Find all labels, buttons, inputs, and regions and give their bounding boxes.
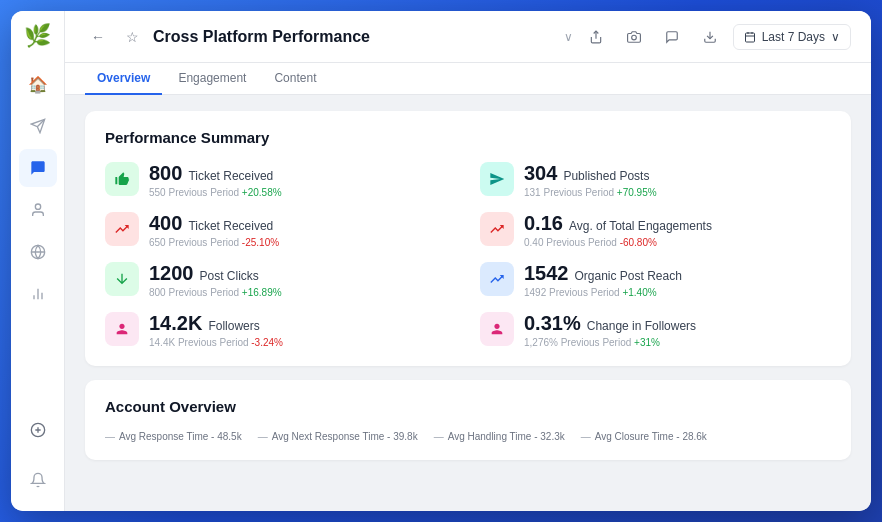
account-overview-card: Account Overview — Avg Response Time - 4…: [85, 380, 851, 460]
metric-value-ticket-2: 400: [149, 212, 182, 235]
account-overview-title: Account Overview: [105, 398, 831, 415]
metric-info-ticket-1: 800 Ticket Received 550 Previous Period …: [149, 162, 282, 198]
metric-value-ticket-1: 800: [149, 162, 182, 185]
date-range-label: Last 7 Days: [762, 30, 825, 44]
sidebar-item-chart[interactable]: [19, 275, 57, 313]
stat-label-2: Avg Next Response Time - 39.8k: [272, 431, 418, 442]
share-button[interactable]: [581, 22, 611, 52]
metric-main-ticket-1: 800 Ticket Received: [149, 162, 282, 185]
title-dropdown[interactable]: ∨: [564, 30, 573, 44]
metric-label-change-followers: Change in Followers: [587, 319, 696, 333]
metric-label-reach: Organic Post Reach: [575, 269, 682, 283]
stat-label-3: Avg Handling Time - 32.3k: [448, 431, 565, 442]
metric-change-followers: 0.31% Change in Followers 1,276% Previou…: [480, 312, 831, 348]
svg-rect-14: [745, 33, 754, 42]
metric-value-reach: 1542: [524, 262, 569, 285]
metric-main-change-followers: 0.31% Change in Followers: [524, 312, 696, 335]
stat-dash-2: —: [258, 431, 268, 442]
date-range-chevron: ∨: [831, 30, 840, 44]
metric-ticket-received-1: 800 Ticket Received 550 Previous Period …: [105, 162, 456, 198]
account-overview-stats: — Avg Response Time - 48.5k — Avg Next R…: [105, 431, 831, 442]
metric-post-clicks: 1200 Post Clicks 800 Previous Period +16…: [105, 262, 456, 298]
metric-sub-clicks: 800 Previous Period +16.89%: [149, 287, 282, 298]
sidebar-bell[interactable]: [19, 461, 57, 499]
stat-avg-handling: — Avg Handling Time - 32.3k: [434, 431, 565, 442]
sidebar: 🌿 🏠: [11, 11, 65, 511]
metric-ticket-received-2: 400 Ticket Received 650 Previous Period …: [105, 212, 456, 248]
sidebar-item-user[interactable]: [19, 191, 57, 229]
metric-label-ticket-2: Ticket Received: [188, 219, 273, 233]
metric-label-engagement: Avg. of Total Engagements: [569, 219, 712, 233]
page-title: Cross Platform Performance: [153, 28, 556, 46]
metric-icon-followers: [105, 312, 139, 346]
header-actions: Last 7 Days ∨: [581, 22, 851, 52]
metric-change-reach: +1.40%: [622, 287, 656, 298]
header: ← ☆ Cross Platform Performance ∨: [65, 11, 871, 63]
metric-sub-followers: 14.4K Previous Period -3.24%: [149, 337, 283, 348]
metric-info-ticket-2: 400 Ticket Received 650 Previous Period …: [149, 212, 279, 248]
stat-dash-3: —: [434, 431, 444, 442]
metric-avg-engagements: 0.16 Avg. of Total Engagements 0.40 Prev…: [480, 212, 831, 248]
main-content: ← ☆ Cross Platform Performance ∨: [65, 11, 871, 511]
svg-point-12: [631, 35, 636, 40]
content-area: Performance Summary 800 Ticket Received: [65, 95, 871, 511]
metric-value-followers: 14.2K: [149, 312, 202, 335]
stat-avg-next-response: — Avg Next Response Time - 39.8k: [258, 431, 418, 442]
metric-label-published: Published Posts: [563, 169, 649, 183]
tab-engagement[interactable]: Engagement: [166, 63, 258, 95]
metric-icon-bar-down: [105, 212, 139, 246]
stat-avg-response: — Avg Response Time - 48.5k: [105, 431, 242, 442]
metric-main-engagement: 0.16 Avg. of Total Engagements: [524, 212, 712, 235]
metric-icon-engagement: [480, 212, 514, 246]
camera-button[interactable]: [619, 22, 649, 52]
sidebar-item-send[interactable]: [19, 107, 57, 145]
metric-value-published: 304: [524, 162, 557, 185]
metric-icon-send: [480, 162, 514, 196]
metric-icon-clicks: [105, 262, 139, 296]
tabs-bar: Overview Engagement Content: [65, 63, 871, 95]
metric-followers: 14.2K Followers 14.4K Previous Period -3…: [105, 312, 456, 348]
metric-change-clicks: +16.89%: [242, 287, 282, 298]
sidebar-item-globe[interactable]: [19, 233, 57, 271]
stat-label-1: Avg Response Time - 48.5k: [119, 431, 242, 442]
metric-change-published: +70.95%: [617, 187, 657, 198]
metric-info-published: 304 Published Posts 131 Previous Period …: [524, 162, 657, 198]
sidebar-logo: 🌿: [24, 23, 51, 49]
metric-main-ticket-2: 400 Ticket Received: [149, 212, 279, 235]
date-range-button[interactable]: Last 7 Days ∨: [733, 24, 851, 50]
metric-organic-reach: 1542 Organic Post Reach 1492 Previous Pe…: [480, 262, 831, 298]
metric-published-posts: 304 Published Posts 131 Previous Period …: [480, 162, 831, 198]
metric-main-followers: 14.2K Followers: [149, 312, 283, 335]
sidebar-item-chat[interactable]: [19, 149, 57, 187]
metric-label-clicks: Post Clicks: [200, 269, 259, 283]
back-button[interactable]: ←: [85, 24, 111, 50]
metric-info-reach: 1542 Organic Post Reach 1492 Previous Pe…: [524, 262, 682, 298]
app-container: 🌿 🏠 ← ☆ Cross Platform Performance: [11, 11, 871, 511]
metric-main-clicks: 1200 Post Clicks: [149, 262, 282, 285]
sidebar-item-add[interactable]: [19, 411, 57, 449]
metric-main-published: 304 Published Posts: [524, 162, 657, 185]
metric-label-followers: Followers: [208, 319, 259, 333]
metric-icon-thumbsup: [105, 162, 139, 196]
message-button[interactable]: [657, 22, 687, 52]
download-button[interactable]: [695, 22, 725, 52]
metric-sub-reach: 1492 Previous Period +1.40%: [524, 287, 682, 298]
metric-main-reach: 1542 Organic Post Reach: [524, 262, 682, 285]
metric-change-ticket-2: -25.10%: [242, 237, 279, 248]
tab-overview[interactable]: Overview: [85, 63, 162, 95]
metric-change-change-followers: +31%: [634, 337, 660, 348]
metric-label-ticket-1: Ticket Received: [188, 169, 273, 183]
metric-value-change-followers: 0.31%: [524, 312, 581, 335]
metric-change-ticket-1: +20.58%: [242, 187, 282, 198]
performance-summary-title: Performance Summary: [105, 129, 831, 146]
performance-summary-card: Performance Summary 800 Ticket Received: [85, 111, 851, 366]
metric-info-clicks: 1200 Post Clicks 800 Previous Period +16…: [149, 262, 282, 298]
metric-value-clicks: 1200: [149, 262, 194, 285]
metric-value-engagement: 0.16: [524, 212, 563, 235]
metric-sub-engagement: 0.40 Previous Period -60.80%: [524, 237, 712, 248]
star-button[interactable]: ☆: [119, 24, 145, 50]
sidebar-item-home[interactable]: 🏠: [19, 65, 57, 103]
metric-sub-ticket-2: 650 Previous Period -25.10%: [149, 237, 279, 248]
tab-content[interactable]: Content: [262, 63, 328, 95]
metric-sub-published: 131 Previous Period +70.95%: [524, 187, 657, 198]
